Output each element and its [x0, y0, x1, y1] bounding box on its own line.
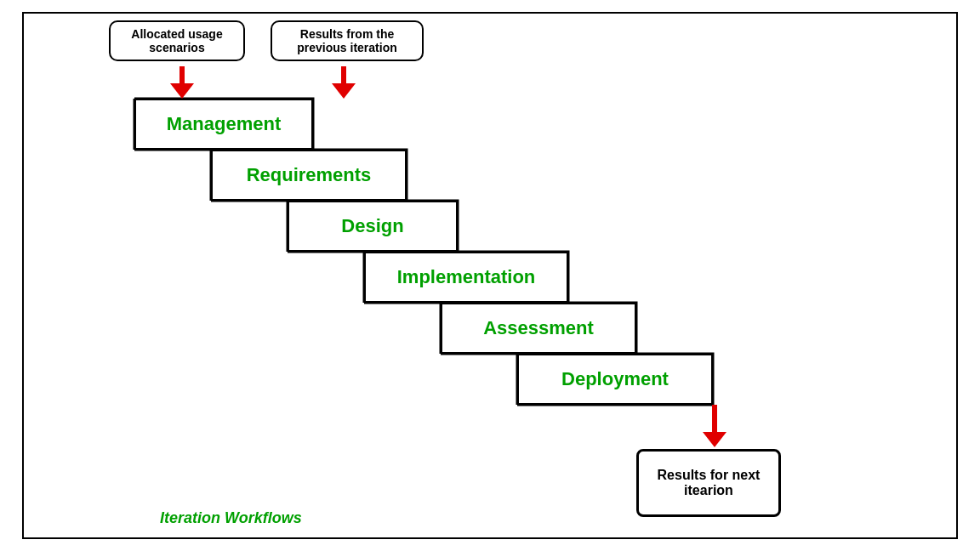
- allocated-text: Allocated usage scenarios: [131, 27, 222, 54]
- arrow-head-previous: [332, 83, 356, 99]
- step-design-label: Design: [341, 215, 403, 237]
- step-deployment: Deployment: [517, 354, 713, 405]
- bottom-caption: Iteration Workflows: [160, 509, 302, 527]
- label-previous: Results from the previous iteration: [271, 20, 424, 61]
- step-management-label: Management: [167, 113, 281, 135]
- step-management: Management: [134, 99, 313, 150]
- step-design: Design: [288, 201, 458, 252]
- step-implementation: Implementation: [364, 252, 568, 303]
- label-allocated: Allocated usage scenarios: [109, 20, 245, 61]
- diagram-container: Allocated usage scenarios Results from t…: [22, 12, 958, 539]
- arrow-head-allocated: [170, 83, 194, 99]
- result-next-box: Results for next itearion: [636, 449, 781, 517]
- arrow-allocated: [170, 66, 194, 99]
- arrow-shaft-previous: [341, 66, 346, 83]
- arrow-head-result: [703, 432, 726, 447]
- step-implementation-label: Implementation: [397, 266, 536, 288]
- arrow-shaft-result: [712, 405, 717, 432]
- step-requirements-label: Requirements: [247, 164, 372, 186]
- step-assessment-label: Assessment: [483, 317, 594, 339]
- step-requirements: Requirements: [211, 150, 407, 201]
- arrow-previous: [332, 66, 356, 99]
- step-deployment-label: Deployment: [561, 368, 669, 390]
- arrow-to-result: [703, 405, 726, 449]
- previous-text: Results from the previous iteration: [297, 27, 396, 54]
- arrow-shaft-allocated: [179, 66, 185, 83]
- step-assessment: Assessment: [441, 303, 636, 354]
- caption-text: Iteration Workflows: [160, 509, 302, 526]
- result-next-label: Results for next itearion: [646, 468, 772, 498]
